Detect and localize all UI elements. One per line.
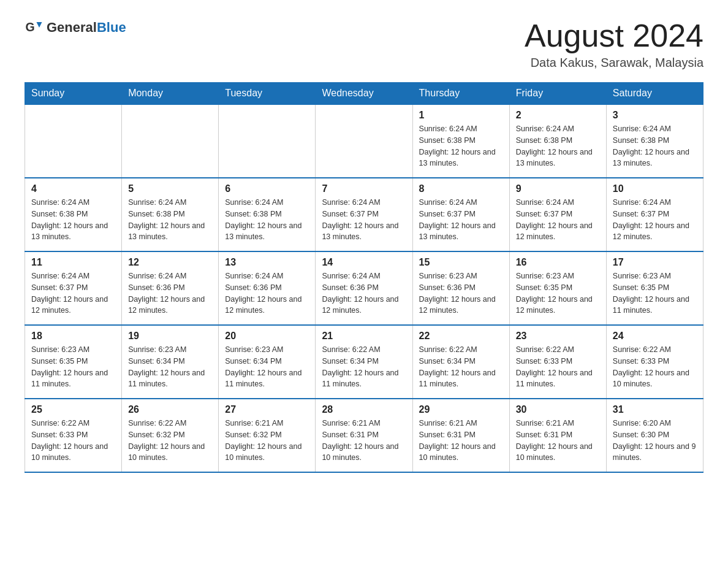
calendar-cell: 3Sunrise: 6:24 AMSunset: 6:38 PMDaylight… — [606, 104, 703, 178]
calendar-header-monday: Monday — [122, 83, 219, 105]
calendar-cell: 25Sunrise: 6:22 AMSunset: 6:33 PMDayligh… — [25, 399, 122, 472]
day-info: Sunrise: 6:24 AMSunset: 6:38 PMDaylight:… — [31, 197, 115, 243]
day-info: Sunrise: 6:24 AMSunset: 6:38 PMDaylight:… — [516, 123, 600, 169]
day-number: 21 — [322, 331, 406, 342]
day-number: 11 — [31, 257, 115, 268]
day-number: 8 — [419, 183, 503, 194]
svg-text:G: G — [26, 20, 35, 34]
day-number: 3 — [613, 110, 697, 121]
day-number: 23 — [516, 331, 600, 342]
calendar-cell: 29Sunrise: 6:21 AMSunset: 6:31 PMDayligh… — [412, 399, 509, 472]
calendar-cell: 9Sunrise: 6:24 AMSunset: 6:37 PMDaylight… — [509, 178, 606, 251]
day-info: Sunrise: 6:24 AMSunset: 6:37 PMDaylight:… — [516, 197, 600, 243]
calendar-cell: 14Sunrise: 6:24 AMSunset: 6:36 PMDayligh… — [316, 251, 412, 325]
day-number: 25 — [31, 404, 115, 415]
calendar-cell: 2Sunrise: 6:24 AMSunset: 6:38 PMDaylight… — [509, 104, 606, 178]
day-number: 28 — [322, 404, 406, 415]
day-number: 17 — [613, 257, 697, 268]
calendar-header-wednesday: Wednesday — [316, 83, 412, 105]
calendar-cell: 11Sunrise: 6:24 AMSunset: 6:37 PMDayligh… — [25, 251, 122, 325]
calendar-cell: 10Sunrise: 6:24 AMSunset: 6:37 PMDayligh… — [606, 178, 703, 251]
calendar-header-thursday: Thursday — [412, 83, 509, 105]
calendar-table: SundayMondayTuesdayWednesdayThursdayFrid… — [25, 82, 703, 473]
day-info: Sunrise: 6:20 AMSunset: 6:30 PMDaylight:… — [613, 418, 697, 464]
calendar-week-row: 18Sunrise: 6:23 AMSunset: 6:35 PMDayligh… — [25, 325, 703, 399]
day-info: Sunrise: 6:23 AMSunset: 6:35 PMDaylight:… — [613, 270, 697, 316]
location-title: Data Kakus, Sarawak, Malaysia — [525, 56, 703, 70]
day-number: 12 — [128, 257, 212, 268]
calendar-cell: 15Sunrise: 6:23 AMSunset: 6:36 PMDayligh… — [412, 251, 509, 325]
calendar-cell: 5Sunrise: 6:24 AMSunset: 6:38 PMDaylight… — [122, 178, 219, 251]
day-number: 22 — [419, 331, 503, 342]
calendar-cell — [316, 104, 412, 178]
day-info: Sunrise: 6:24 AMSunset: 6:36 PMDaylight:… — [128, 270, 212, 316]
day-number: 16 — [516, 257, 600, 268]
calendar-cell: 18Sunrise: 6:23 AMSunset: 6:35 PMDayligh… — [25, 325, 122, 399]
day-number: 9 — [516, 183, 600, 194]
day-info: Sunrise: 6:24 AMSunset: 6:37 PMDaylight:… — [419, 197, 503, 243]
day-info: Sunrise: 6:24 AMSunset: 6:38 PMDaylight:… — [613, 123, 697, 169]
day-number: 5 — [128, 183, 212, 194]
day-number: 19 — [128, 331, 212, 342]
calendar-cell: 1Sunrise: 6:24 AMSunset: 6:38 PMDaylight… — [412, 104, 509, 178]
day-number: 24 — [613, 331, 697, 342]
day-info: Sunrise: 6:23 AMSunset: 6:36 PMDaylight:… — [419, 270, 503, 316]
calendar-cell: 4Sunrise: 6:24 AMSunset: 6:38 PMDaylight… — [25, 178, 122, 251]
calendar-cell: 26Sunrise: 6:22 AMSunset: 6:32 PMDayligh… — [122, 399, 219, 472]
day-number: 10 — [613, 183, 697, 194]
calendar-cell: 31Sunrise: 6:20 AMSunset: 6:30 PMDayligh… — [606, 399, 703, 472]
calendar-cell: 19Sunrise: 6:23 AMSunset: 6:34 PMDayligh… — [122, 325, 219, 399]
svg-marker-1 — [37, 22, 42, 28]
day-info: Sunrise: 6:22 AMSunset: 6:33 PMDaylight:… — [516, 344, 600, 390]
page-header: G GeneralBlue August 2024 Data Kakus, Sa… — [25, 18, 703, 70]
day-number: 18 — [31, 331, 115, 342]
logo-blue-text: Blue — [97, 20, 126, 35]
logo-icon: G — [25, 18, 43, 37]
day-number: 15 — [419, 257, 503, 268]
day-info: Sunrise: 6:23 AMSunset: 6:35 PMDaylight:… — [516, 270, 600, 316]
calendar-week-row: 25Sunrise: 6:22 AMSunset: 6:33 PMDayligh… — [25, 399, 703, 472]
calendar-week-row: 11Sunrise: 6:24 AMSunset: 6:37 PMDayligh… — [25, 251, 703, 325]
calendar-cell: 27Sunrise: 6:21 AMSunset: 6:32 PMDayligh… — [219, 399, 316, 472]
calendar-cell: 22Sunrise: 6:22 AMSunset: 6:34 PMDayligh… — [412, 325, 509, 399]
calendar-cell: 28Sunrise: 6:21 AMSunset: 6:31 PMDayligh… — [316, 399, 412, 472]
day-number: 7 — [322, 183, 406, 194]
day-info: Sunrise: 6:24 AMSunset: 6:37 PMDaylight:… — [322, 197, 406, 243]
day-number: 14 — [322, 257, 406, 268]
day-info: Sunrise: 6:22 AMSunset: 6:33 PMDaylight:… — [613, 344, 697, 390]
calendar-cell — [25, 104, 122, 178]
calendar-cell: 20Sunrise: 6:23 AMSunset: 6:34 PMDayligh… — [219, 325, 316, 399]
calendar-cell: 21Sunrise: 6:22 AMSunset: 6:34 PMDayligh… — [316, 325, 412, 399]
day-info: Sunrise: 6:22 AMSunset: 6:34 PMDaylight:… — [419, 344, 503, 390]
day-info: Sunrise: 6:24 AMSunset: 6:36 PMDaylight:… — [225, 270, 309, 316]
day-info: Sunrise: 6:22 AMSunset: 6:32 PMDaylight:… — [128, 418, 212, 464]
calendar-cell — [122, 104, 219, 178]
calendar-cell: 6Sunrise: 6:24 AMSunset: 6:38 PMDaylight… — [219, 178, 316, 251]
day-number: 6 — [225, 183, 309, 194]
calendar-cell: 7Sunrise: 6:24 AMSunset: 6:37 PMDaylight… — [316, 178, 412, 251]
logo-general-text: General — [47, 20, 97, 35]
calendar-cell: 16Sunrise: 6:23 AMSunset: 6:35 PMDayligh… — [509, 251, 606, 325]
logo: G GeneralBlue — [25, 18, 126, 37]
calendar-cell: 30Sunrise: 6:21 AMSunset: 6:31 PMDayligh… — [509, 399, 606, 472]
calendar-week-row: 1Sunrise: 6:24 AMSunset: 6:38 PMDaylight… — [25, 104, 703, 178]
calendar-header-row: SundayMondayTuesdayWednesdayThursdayFrid… — [25, 83, 703, 105]
day-info: Sunrise: 6:21 AMSunset: 6:31 PMDaylight:… — [516, 418, 600, 464]
day-info: Sunrise: 6:23 AMSunset: 6:34 PMDaylight:… — [225, 344, 309, 390]
day-number: 31 — [613, 404, 697, 415]
day-number: 20 — [225, 331, 309, 342]
day-info: Sunrise: 6:21 AMSunset: 6:32 PMDaylight:… — [225, 418, 309, 464]
calendar-cell: 12Sunrise: 6:24 AMSunset: 6:36 PMDayligh… — [122, 251, 219, 325]
day-info: Sunrise: 6:23 AMSunset: 6:34 PMDaylight:… — [128, 344, 212, 390]
day-number: 30 — [516, 404, 600, 415]
calendar-week-row: 4Sunrise: 6:24 AMSunset: 6:38 PMDaylight… — [25, 178, 703, 251]
calendar-cell: 13Sunrise: 6:24 AMSunset: 6:36 PMDayligh… — [219, 251, 316, 325]
calendar-cell: 24Sunrise: 6:22 AMSunset: 6:33 PMDayligh… — [606, 325, 703, 399]
title-section: August 2024 Data Kakus, Sarawak, Malaysi… — [525, 18, 703, 70]
day-info: Sunrise: 6:24 AMSunset: 6:38 PMDaylight:… — [128, 197, 212, 243]
day-number: 26 — [128, 404, 212, 415]
calendar-cell: 8Sunrise: 6:24 AMSunset: 6:37 PMDaylight… — [412, 178, 509, 251]
day-info: Sunrise: 6:21 AMSunset: 6:31 PMDaylight:… — [419, 418, 503, 464]
day-number: 13 — [225, 257, 309, 268]
day-info: Sunrise: 6:22 AMSunset: 6:33 PMDaylight:… — [31, 418, 115, 464]
